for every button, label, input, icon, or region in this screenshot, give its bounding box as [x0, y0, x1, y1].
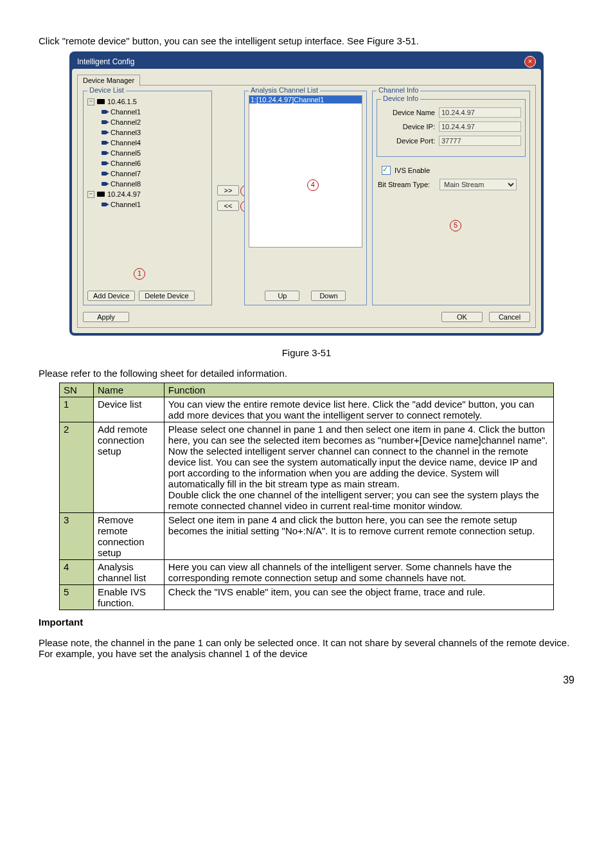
analysis-item-selected[interactable]: 1:[10.24.4.97]Channel1 — [249, 96, 362, 104]
channel-item[interactable]: Channel1 — [111, 108, 141, 116]
cell-name: Enable IVS function. — [94, 585, 164, 610]
cell-sn: 2 — [60, 422, 94, 513]
cell-sn: 4 — [60, 560, 94, 585]
cell-sn: 1 — [60, 397, 94, 422]
tab-device-manager[interactable]: Device Manager — [77, 75, 140, 86]
ivs-enable-label: IVS Enable — [395, 167, 430, 174]
channel-info-fieldset: Channel Info Device Info Device Name Dev… — [372, 91, 530, 305]
delete-device-button[interactable]: Delete Device — [139, 291, 194, 301]
figure-caption: Figure 3-51 — [39, 347, 574, 358]
ok-button[interactable]: OK — [441, 312, 483, 322]
annotation-5: 5 — [450, 220, 461, 231]
host-ip[interactable]: 10.46.1.5 — [107, 96, 137, 107]
cell-sn: 5 — [60, 585, 94, 610]
info-table: SN Name Function 1 Device list You can v… — [59, 383, 554, 610]
close-icon[interactable]: × — [524, 56, 536, 68]
add-device-button[interactable]: Add Device — [87, 291, 135, 301]
intro-text: Click "remote device" button, you can se… — [39, 35, 574, 46]
page-number: 39 — [39, 674, 574, 686]
analysis-listbox[interactable]: 1:[10.24.4.97]Channel1 4 — [249, 95, 362, 248]
channel-item[interactable]: Channel3 — [111, 129, 141, 136]
device-ip-input[interactable] — [439, 122, 521, 132]
device-tree[interactable]: −10.46.1.5 Channel1 Channel2 Channel3 Ch… — [87, 96, 208, 210]
device-name-label: Device Name — [381, 109, 435, 116]
device-info-fieldset: Device Info Device Name Device IP: Devic… — [377, 99, 526, 157]
important-heading: Important — [39, 617, 574, 628]
device-ip-label: Device IP: — [381, 123, 435, 131]
table-intro: Please refer to the following sheet for … — [39, 368, 574, 379]
apply-button[interactable]: Apply — [83, 312, 129, 322]
device-port-input[interactable] — [439, 136, 521, 146]
channel-item[interactable]: Channel5 — [111, 149, 141, 157]
cell-func: Check the "IVS enable" item, you can see… — [164, 585, 553, 610]
cell-name: Analysis channel list — [94, 560, 164, 585]
cell-func: Here you can view all channels of the in… — [164, 560, 553, 585]
dialog-window: Intelligent Config × Device Manager Devi… — [69, 51, 544, 336]
cell-sn: 3 — [60, 513, 94, 560]
analysis-list-fieldset: Analysis Channel List 1:[10.24.4.97]Chan… — [244, 91, 367, 305]
dialog-title: Intelligent Config — [77, 57, 134, 66]
move-left-button[interactable]: << — [217, 201, 239, 211]
th-func: Function — [164, 383, 553, 397]
down-button[interactable]: Down — [311, 291, 346, 301]
device-port-label: Device Port: — [381, 137, 435, 145]
th-sn: SN — [60, 383, 94, 397]
bitstream-select[interactable]: Main Stream — [440, 179, 517, 190]
annotation-1: 1 — [134, 268, 145, 280]
cell-func: Please select one channel in pane 1 and … — [164, 422, 553, 513]
annotation-4: 4 — [307, 179, 319, 191]
channel-item[interactable]: Channel8 — [111, 180, 141, 188]
move-right-button[interactable]: >> — [217, 185, 239, 195]
th-name: Name — [94, 383, 164, 397]
channel-item[interactable]: Channel6 — [111, 159, 141, 167]
analysis-list-title: Analysis Channel List — [249, 86, 320, 94]
device-list-fieldset: Device List −10.46.1.5 Channel1 Channel2… — [83, 91, 212, 305]
device-name-input[interactable] — [439, 107, 521, 118]
ivs-enable-checkbox[interactable] — [382, 166, 391, 175]
cell-name: Device list — [94, 397, 164, 422]
channel-item[interactable]: Channel4 — [111, 139, 141, 147]
important-paragraph: Please note, the channel in the pane 1 c… — [39, 637, 574, 659]
bitstream-label: Bit Stream Type: — [378, 181, 436, 188]
channel-item[interactable]: Channel7 — [111, 170, 141, 177]
host-ip[interactable]: 10.24.4.97 — [107, 189, 141, 199]
cancel-button[interactable]: Cancel — [489, 312, 530, 322]
channel-item[interactable]: Channel1 — [111, 201, 141, 208]
up-button[interactable]: Up — [265, 291, 299, 301]
device-info-title: Device Info — [381, 95, 420, 102]
cell-name: Remove remote connection setup — [94, 513, 164, 560]
cell-func: Select one item in pane 4 and click the … — [164, 513, 553, 560]
cell-func: You can view the entire remote device li… — [164, 397, 553, 422]
channel-info-title: Channel Info — [377, 86, 420, 94]
device-list-title: Device List — [87, 86, 126, 94]
cell-name: Add remote connection setup — [94, 422, 164, 513]
channel-item[interactable]: Channel2 — [111, 118, 141, 126]
